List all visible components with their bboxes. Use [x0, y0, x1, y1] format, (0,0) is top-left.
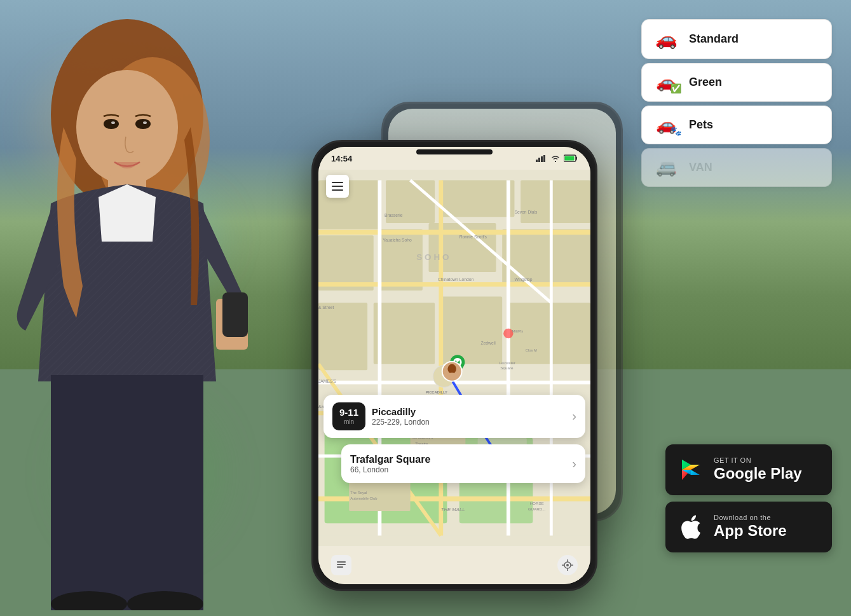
trip-card-pickup[interactable]: 9-11 min Piccadilly 225-229, London › — [323, 395, 585, 438]
svg-text:Square: Square — [500, 366, 514, 370]
phone-notch — [416, 149, 493, 154]
svg-rect-33 — [508, 303, 590, 364]
menu-button[interactable] — [326, 175, 349, 198]
svg-text:SOHO: SOHO — [416, 252, 451, 262]
svg-rect-15 — [538, 158, 540, 162]
svg-point-9 — [143, 121, 147, 124]
svg-rect-19 — [576, 157, 577, 160]
google-play-icon — [677, 456, 705, 484]
phone-bottom-bar — [318, 546, 590, 584]
svg-point-86 — [456, 359, 459, 362]
pets-label: Pets — [689, 118, 713, 132]
svg-rect-16 — [541, 156, 543, 162]
hamburger-line-3 — [332, 189, 343, 191]
svg-text:Chinatown London: Chinatown London — [438, 278, 473, 282]
paw-badge: 🐾 — [671, 126, 681, 136]
destination-address: 66, London — [350, 465, 566, 474]
person-figure — [0, 0, 330, 610]
svg-rect-5 — [222, 292, 248, 337]
svg-marker-107 — [691, 470, 700, 475]
ride-options-panel: 🚗 Standard 🚗 ✅ Green 🚗 🐾 Pets 🚐 VAN — [641, 19, 832, 187]
svg-rect-97 — [337, 566, 343, 568]
svg-rect-32 — [441, 297, 502, 364]
ride-option-green[interactable]: 🚗 ✅ Green — [641, 63, 832, 102]
van-icon-wrapper: 🚐 — [653, 158, 679, 177]
google-play-pre-text: GET IT ON — [714, 456, 802, 465]
status-time: 14:54 — [331, 154, 352, 163]
svg-text:GUARD...: GUARD... — [528, 507, 546, 511]
van-label: VAN — [689, 161, 712, 174]
hamburger-line-2 — [332, 186, 343, 187]
svg-rect-26 — [318, 235, 374, 291]
svg-point-8 — [111, 121, 115, 124]
ride-option-pets[interactable]: 🚗 🐾 Pets — [641, 106, 832, 144]
svg-text:PICCADILLY: PICCADILLY — [426, 390, 447, 394]
svg-text:THE MALL: THE MALL — [441, 507, 465, 512]
pets-car-icon-wrapper: 🚗 🐾 — [653, 115, 679, 135]
svg-text:& Street: & Street — [318, 305, 334, 310]
trip-card-destination[interactable]: Trafalgar Square 66, London › — [341, 444, 585, 483]
time-range: 9-11 — [339, 407, 359, 418]
list-icon — [336, 559, 347, 571]
list-icon-btn[interactable] — [331, 555, 351, 575]
svg-point-93 — [447, 364, 456, 374]
svg-rect-20 — [565, 156, 575, 161]
svg-text:Zedwell: Zedwell — [480, 341, 496, 345]
battery-icon — [564, 154, 578, 162]
pickup-address: 225-229, London — [372, 418, 566, 427]
svg-rect-17 — [543, 155, 545, 162]
van-icon: 🚐 — [656, 158, 676, 177]
app-store-main-text: App Store — [714, 522, 787, 540]
svg-text:M&M's: M&M's — [512, 329, 524, 333]
destination-street: Trafalgar Square — [350, 453, 566, 465]
svg-text:Yauatcha Soho: Yauatcha Soho — [383, 238, 412, 242]
eco-badge: ✅ — [671, 83, 681, 93]
svg-text:Automobile Club: Automobile Club — [350, 496, 377, 500]
svg-rect-95 — [337, 561, 346, 563]
standard-car-icon: 🚗 — [653, 29, 679, 50]
svg-text:Ronnie Scott's: Ronnie Scott's — [460, 235, 487, 239]
app-store-text-group: Download on the App Store — [714, 514, 787, 540]
svg-rect-10 — [51, 375, 203, 610]
green-label: Green — [689, 76, 722, 89]
svg-text:Seven Dials: Seven Dials — [514, 210, 538, 214]
location-icon-btn[interactable] — [557, 555, 578, 575]
svg-rect-24 — [441, 180, 515, 217]
svg-text:The Royal: The Royal — [350, 491, 367, 495]
svg-text:Wingstop: Wingstop — [514, 278, 532, 283]
ride-option-standard[interactable]: 🚗 Standard — [641, 19, 832, 59]
svg-rect-14 — [536, 160, 538, 162]
svg-rect-30 — [318, 303, 367, 370]
svg-text:HORSE: HORSE — [530, 501, 544, 505]
svg-point-103 — [566, 564, 569, 566]
pickup-arrow: › — [572, 409, 576, 423]
svg-text:Brasserie: Brasserie — [385, 213, 403, 217]
destination-info: Trafalgar Square 66, London — [350, 453, 566, 474]
green-car-icon-wrapper: 🚗 ✅ — [653, 72, 679, 92]
svg-point-94 — [446, 373, 458, 380]
status-icons — [536, 154, 578, 162]
signal-icon — [536, 154, 547, 162]
google-play-text-group: GET IT ON Google Play — [714, 456, 802, 483]
app-store-badge[interactable]: Download on the App Store — [665, 502, 832, 552]
pickup-street: Piccadilly — [372, 406, 566, 418]
time-unit: min — [339, 418, 359, 425]
svg-rect-31 — [374, 303, 435, 364]
svg-point-7 — [135, 119, 151, 129]
svg-point-6 — [104, 119, 119, 129]
hamburger-line-1 — [332, 182, 343, 183]
map-area: St James's Square — [318, 170, 590, 546]
destination-arrow: › — [572, 456, 576, 471]
svg-rect-25 — [521, 180, 590, 222]
apple-icon — [677, 513, 705, 541]
app-badges-section: GET IT ON Google Play Download on the Ap… — [665, 444, 832, 552]
svg-marker-106 — [691, 465, 700, 470]
ride-option-van[interactable]: 🚐 VAN — [641, 148, 832, 187]
google-play-badge[interactable]: GET IT ON Google Play — [665, 444, 832, 495]
svg-text:Leicester: Leicester — [499, 360, 515, 365]
phone-mockup: 14:54 — [311, 140, 597, 591]
app-store-pre-text: Download on the — [714, 514, 787, 522]
google-play-main-text: Google Play — [714, 465, 802, 483]
svg-rect-29 — [502, 229, 590, 285]
standard-label: Standard — [689, 32, 739, 46]
